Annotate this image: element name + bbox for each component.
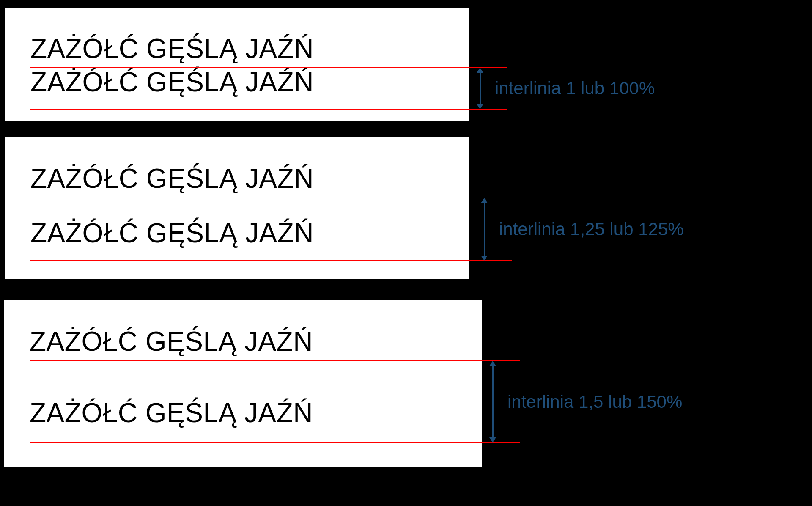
sample-text-line: ZAŻÓŁĆ GĘŚLĄ JAŹŃ	[30, 397, 465, 429]
line-spacing-diagram: ZAŻÓŁĆ GĘŚLĄ JAŹŃ ZAŻÓŁĆ GĘŚLĄ JAŹŃ inte…	[0, 0, 812, 506]
double-arrow-icon	[478, 202, 491, 256]
baseline-guide	[30, 198, 512, 198]
baseline-guide	[30, 67, 508, 68]
double-arrow-icon	[486, 365, 499, 438]
sample-text-line: ZAŻÓŁĆ GĘŚLĄ JAŹŃ	[30, 163, 453, 194]
annotation-label: interlinia 1 lub 100%	[495, 78, 655, 99]
sample-block-125: ZAŻÓŁĆ GĘŚLĄ JAŹŃ ZAŻÓŁĆ GĘŚLĄ JAŹŃ	[4, 138, 469, 279]
annotation-label: interlinia 1,25 lub 125%	[499, 219, 684, 239]
double-arrow-icon	[474, 72, 486, 105]
baseline-guide	[30, 260, 512, 261]
baseline-guide	[30, 360, 520, 361]
sample-text-line: ZAŻÓŁĆ GĘŚLĄ JAŹŃ	[30, 326, 465, 357]
sample-text-line: ZAŻÓŁĆ GĘŚLĄ JAŹŃ	[30, 66, 453, 98]
baseline-guide	[30, 109, 508, 110]
baseline-guide	[30, 442, 520, 443]
sample-text-line: ZAŻÓŁĆ GĘŚLĄ JAŹŃ	[30, 33, 453, 64]
sample-text-line: ZAŻÓŁĆ GĘŚLĄ JAŹŃ	[30, 217, 453, 249]
annotation-150: interlinia 1,5 lub 150%	[486, 361, 682, 443]
annotation-label: interlinia 1,5 lub 150%	[508, 392, 682, 412]
sample-block-100: ZAŻÓŁĆ GĘŚLĄ JAŹŃ ZAŻÓŁĆ GĘŚLĄ JAŹŃ	[4, 6, 469, 121]
annotation-100: interlinia 1 lub 100%	[474, 68, 655, 109]
annotation-125: interlinia 1,25 lub 125%	[478, 198, 684, 261]
